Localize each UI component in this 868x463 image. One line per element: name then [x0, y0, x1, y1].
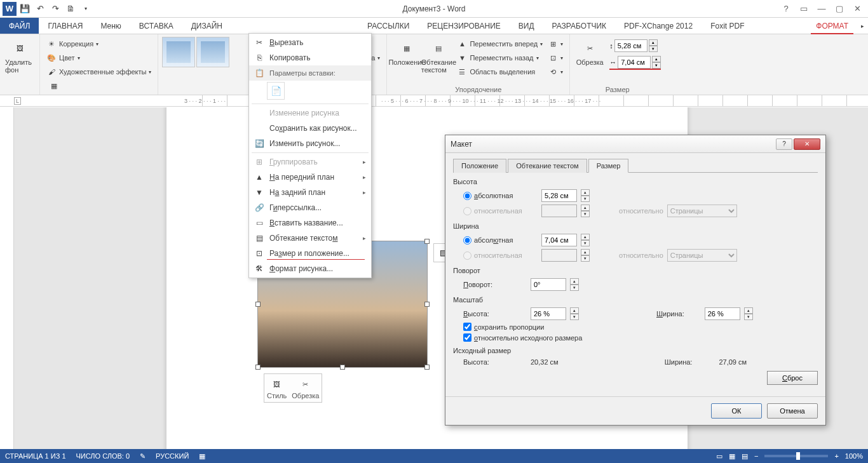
- color-button[interactable]: 🎨Цвет ▾: [44, 51, 154, 65]
- zoom-in[interactable]: +: [834, 452, 838, 460]
- spell-check-icon[interactable]: ✎: [140, 452, 146, 460]
- check-lock-ratio[interactable]: сохранить пропорции: [463, 323, 544, 331]
- minimize-button[interactable]: —: [813, 3, 830, 15]
- spin-buttons[interactable]: ▴▾: [581, 234, 590, 246]
- position-button[interactable]: ▦Положение: [391, 37, 423, 79]
- check-rel-orig[interactable]: относительно исходного размера: [463, 333, 582, 342]
- spin-buttons[interactable]: ▴▾: [744, 307, 753, 320]
- send-backward-button[interactable]: ▼Переместить назад ▾: [454, 51, 545, 65]
- height-spin-buttons[interactable]: ▴▾: [649, 39, 658, 52]
- ctx-save-as-picture[interactable]: Сохранить как рисунок...: [249, 121, 371, 136]
- page-indicator[interactable]: СТРАНИЦА 1 ИЗ 1: [5, 452, 66, 460]
- spin-buttons[interactable]: ▴▾: [581, 189, 590, 202]
- group-button[interactable]: ⊡▾: [545, 51, 566, 65]
- tab-pdf-xchange[interactable]: PDF-XChange 2012: [615, 18, 702, 34]
- artistic-effects-button[interactable]: 🖌Художественные эффекты ▾: [44, 65, 154, 79]
- save-button[interactable]: 💾: [18, 2, 32, 16]
- resize-handle[interactable]: [424, 302, 430, 307]
- ctx-change-picture[interactable]: 🔄Изменить рисунок...: [249, 136, 371, 151]
- new-doc-button[interactable]: 🗎: [64, 2, 78, 16]
- resize-handle[interactable]: [255, 302, 261, 307]
- qat-customize[interactable]: ▾: [79, 2, 93, 16]
- scale-h-input[interactable]: [531, 307, 566, 320]
- height-abs-input[interactable]: [541, 189, 577, 202]
- zoom-level[interactable]: 100%: [845, 452, 863, 460]
- ctx-cut[interactable]: ✂Вырезать: [249, 35, 371, 50]
- wrap-text-button[interactable]: ▤Обтекание текстом: [423, 37, 454, 79]
- help-button[interactable]: ?: [778, 3, 794, 15]
- ctx-insert-caption[interactable]: ▭Вставить название...: [249, 215, 371, 231]
- view-web-layout[interactable]: ▤: [742, 452, 748, 460]
- zoom-slider[interactable]: [764, 455, 828, 457]
- width-abs-input[interactable]: [541, 234, 577, 246]
- paste-option-1[interactable]: 📄: [267, 82, 285, 100]
- tab-view[interactable]: ВИД: [510, 18, 543, 34]
- style-thumb[interactable]: [196, 37, 229, 67]
- word-count[interactable]: ЧИСЛО СЛОВ: 0: [76, 452, 130, 460]
- ctx-send-back[interactable]: ▼На задний план▸: [249, 185, 371, 200]
- redo-button[interactable]: ↷: [48, 2, 62, 16]
- macro-icon[interactable]: ▦: [199, 452, 205, 460]
- height-spinner[interactable]: ↕ ▴▾: [609, 39, 661, 52]
- ok-button[interactable]: ОК: [711, 403, 762, 419]
- ctx-size-position[interactable]: ⊡Размер и положение...: [249, 246, 371, 261]
- dialog-titlebar[interactable]: Макет ? ✕: [445, 135, 825, 153]
- tab-scroll[interactable]: ▸: [857, 18, 868, 34]
- ctx-copy[interactable]: ⎘Копировать: [249, 50, 371, 65]
- selection-pane-button[interactable]: ☰Область выделения: [454, 65, 545, 79]
- view-print-layout[interactable]: ▦: [729, 452, 735, 460]
- mini-style-button[interactable]: 🖼Стиль: [267, 377, 287, 399]
- radio-height-absolute[interactable]: абсолютная: [463, 192, 538, 200]
- compress-button[interactable]: ▦: [46, 79, 154, 93]
- ctx-hyperlink[interactable]: 🔗Гиперссылка...: [249, 200, 371, 215]
- width-spinner[interactable]: ↔ ▴▾: [609, 56, 661, 70]
- tab-selector[interactable]: L: [14, 97, 21, 105]
- cancel-button[interactable]: Отмена: [767, 403, 818, 419]
- reset-button[interactable]: Сброс: [767, 371, 818, 385]
- spin-buttons[interactable]: ▴▾: [570, 307, 579, 320]
- height-input[interactable]: [614, 39, 648, 52]
- ruler-horizontal[interactable]: L 3 · · · 2 · · · 1 · · · · · · 5 · · · …: [0, 95, 868, 107]
- zoom-out[interactable]: −: [754, 452, 758, 460]
- rotation-input[interactable]: [531, 278, 566, 291]
- spin-buttons[interactable]: ▴▾: [570, 278, 579, 291]
- ribbon-display-options[interactable]: ▭: [796, 3, 812, 15]
- rotate-button[interactable]: ⟲▾: [545, 65, 566, 79]
- maximize-button[interactable]: ▢: [831, 3, 848, 15]
- ruler-vertical[interactable]: [0, 107, 14, 449]
- align-button[interactable]: ⊞▾: [545, 37, 566, 51]
- tab-insert[interactable]: ВСТАВКА: [130, 18, 182, 34]
- tab-foxit[interactable]: Foxit PDF: [702, 18, 753, 34]
- tab-mailings[interactable]: РАССЫЛКИ: [358, 18, 418, 34]
- width-spin-buttons[interactable]: ▴▾: [652, 56, 661, 69]
- crop-button[interactable]: ✂Обрезка: [574, 37, 606, 70]
- bring-forward-button[interactable]: ▲Переместить вперед ▾: [454, 37, 545, 51]
- ctx-bring-front[interactable]: ▲На передний план▸: [249, 170, 371, 185]
- resize-handle[interactable]: [424, 239, 430, 244]
- view-read-mode[interactable]: ▭: [716, 452, 722, 460]
- style-thumb[interactable]: [162, 37, 195, 67]
- undo-button[interactable]: ↶: [33, 2, 47, 16]
- tab-home[interactable]: ГЛАВНАЯ: [39, 18, 92, 34]
- radio-width-relative[interactable]: относительная: [463, 252, 538, 260]
- dialog-close-button[interactable]: ✕: [794, 138, 820, 150]
- dialog-help-button[interactable]: ?: [776, 138, 792, 150]
- tab-format[interactable]: ФОРМАТ: [807, 18, 857, 34]
- tab-design[interactable]: ДИЗАЙН: [182, 18, 231, 34]
- ctx-format-picture[interactable]: 🛠Формат рисунка...: [249, 261, 371, 276]
- remove-background-button[interactable]: 🖼 Удалить фон: [4, 37, 36, 75]
- dlg-tab-wrap[interactable]: Обтекание текстом: [508, 159, 587, 173]
- corrections-button[interactable]: ☀Коррекция ▾: [44, 37, 154, 51]
- tab-developer[interactable]: РАЗРАБОТЧИК: [543, 18, 616, 34]
- mini-crop-button[interactable]: ✂Обрезка: [292, 377, 319, 399]
- dlg-tab-position[interactable]: Положение: [453, 159, 506, 173]
- tab-menu[interactable]: Меню: [92, 18, 130, 34]
- tab-file[interactable]: ФАЙЛ: [0, 18, 39, 34]
- close-button[interactable]: ✕: [849, 3, 865, 15]
- radio-height-relative[interactable]: относительная: [463, 207, 538, 215]
- scale-w-input[interactable]: [705, 307, 740, 320]
- width-input[interactable]: [618, 56, 651, 69]
- radio-width-absolute[interactable]: абсолютная: [463, 236, 538, 245]
- resize-handle[interactable]: [255, 365, 261, 370]
- dlg-tab-size[interactable]: Размер: [588, 159, 629, 173]
